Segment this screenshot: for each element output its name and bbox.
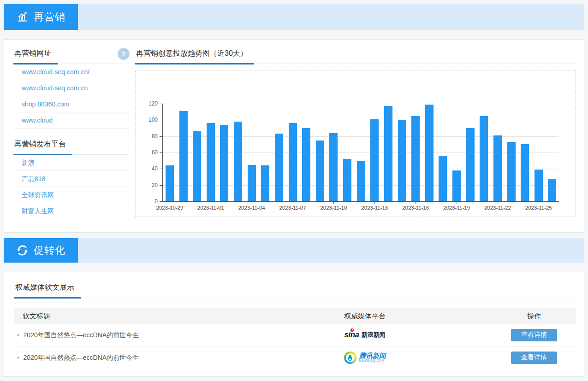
x-axis-tick-label: 2023-11-22 <box>477 205 518 211</box>
x-axis-tick <box>457 202 457 204</box>
urls-title-row: 再营销网址 <box>13 49 129 64</box>
x-axis-line <box>162 201 559 202</box>
sidebar-link-platform[interactable]: 产品818 <box>13 171 129 187</box>
sidebar-link-url[interactable]: shop.88360.com <box>13 96 129 112</box>
sidebar-link-url[interactable]: www.cloud-seq.com.cn/ <box>13 64 129 80</box>
trend-bar-chart: 0204060801001202023-10-292023-11-012023-… <box>135 70 576 217</box>
bar <box>275 134 283 201</box>
tencent-news-label: 腾讯新闻 <box>359 352 386 359</box>
bar <box>316 141 324 202</box>
x-axis-tick <box>416 202 416 204</box>
bar <box>220 125 228 201</box>
bar <box>357 161 365 201</box>
action-cell: 查看详情 <box>497 346 571 369</box>
platforms-title: 再营销发布平台 <box>13 140 72 155</box>
view-details-button[interactable]: 查看详情 <box>511 329 557 341</box>
sidebar-link-url[interactable]: www.cloud-seq.com.cn <box>13 80 129 96</box>
bar <box>179 111 188 201</box>
remarketing-panel: 再营销网址 ? www.cloud-seq.com.cn/www.cloud-s… <box>4 39 584 233</box>
sidebar-link-platform[interactable]: 全球资讯网 <box>13 187 129 203</box>
x-axis-tick <box>170 202 170 204</box>
bar <box>193 131 201 201</box>
conversion-panel: 权威媒体软文展示 软文标题 权威媒体平台 操作 2020年国自然热点—eccDN… <box>4 272 584 377</box>
remarketing-sidebar: 再营销网址 ? www.cloud-seq.com.cn/www.cloud-s… <box>13 49 129 230</box>
table-row: 2020年国自然热点—eccDNA的前世今生sina新浪新闻查看详情 <box>14 324 576 346</box>
tencent-penguin-icon <box>346 353 355 362</box>
bar <box>507 142 516 201</box>
sina-news-logo: sina新浪新闻 <box>344 330 385 340</box>
x-axis-tick-label: 2023-11-04 <box>231 205 273 211</box>
table-header-row: 软文标题 权威媒体平台 操作 <box>14 308 576 324</box>
media-articles-table: 软文标题 权威媒体平台 操作 2020年国自然热点—eccDNA的前世今生sin… <box>14 308 576 369</box>
bar <box>289 123 297 201</box>
y-axis-tick-label: 40 <box>136 165 158 172</box>
media-platform-cell: 腾讯新闻NEWS.QQ.COM <box>296 346 434 369</box>
bar-chart-growth-icon <box>16 11 29 23</box>
action-cell: 查看详情 <box>497 324 571 346</box>
bar <box>425 105 434 201</box>
sidebar-link-platform[interactable]: 财富人生网 <box>13 203 129 219</box>
col-header-actions: 操作 <box>497 308 571 324</box>
x-axis-tick <box>252 202 252 204</box>
y-axis-tick-label: 20 <box>136 182 158 188</box>
chart-title: 再营销创意投放趋势图（近30天） <box>135 49 254 64</box>
conversion-badge: 促转化 <box>4 238 78 263</box>
sina-news-label: 新浪新闻 <box>362 331 386 339</box>
sidebar-link-url[interactable]: www.cloud <box>13 112 129 129</box>
bar <box>548 179 556 201</box>
chart-title-row: 再营销创意投放趋势图（近30天） <box>135 49 576 64</box>
bar <box>261 165 269 201</box>
bar <box>248 165 256 202</box>
remarketing-platform-list: 新浪产品818全球资讯网财富人生网 <box>13 155 129 219</box>
bar <box>480 116 488 202</box>
table-title: 权威媒体软文展示 <box>14 283 81 299</box>
y-axis-line <box>162 104 163 201</box>
bar <box>398 120 406 201</box>
tencent-ring-icon <box>344 352 356 364</box>
bar <box>439 156 447 201</box>
x-axis-tick <box>293 202 293 204</box>
bar <box>384 106 392 201</box>
x-axis-tick-label: 2023-11-01 <box>190 205 232 211</box>
x-axis-tick-label: 2023-11-16 <box>395 205 436 211</box>
x-axis-tick <box>539 202 539 204</box>
col-header-article-title: 软文标题 <box>14 312 50 320</box>
remarketing-badge-label: 再营销 <box>34 10 65 24</box>
media-platform-cell: sina新浪新闻 <box>296 324 434 346</box>
x-axis-tick <box>333 202 334 204</box>
x-axis-tick-label: 2023-11-10 <box>313 205 354 211</box>
x-axis-tick <box>374 202 375 204</box>
bar <box>521 144 529 201</box>
col-header-media-platform: 权威媒体平台 <box>296 308 434 324</box>
conversion-section-strip: 促转化 <box>4 238 584 263</box>
bar <box>329 133 338 201</box>
sidebar-link-platform[interactable]: 新浪 <box>13 155 129 171</box>
bar <box>302 128 310 201</box>
article-title: 2020年国自然热点—eccDNA的前世今生 <box>17 324 139 346</box>
table-title-row: 权威媒体软文展示 <box>14 283 576 298</box>
y-axis-tick-label: 80 <box>136 133 158 140</box>
y-axis-tick-label: 60 <box>136 149 158 156</box>
gridline <box>162 104 558 104</box>
y-axis-tick-label: 0 <box>136 198 158 205</box>
view-details-button[interactable]: 查看详情 <box>511 352 557 364</box>
bar <box>234 122 242 201</box>
urls-title: 再营销网址 <box>13 49 58 64</box>
gridline <box>162 120 558 120</box>
x-axis-tick <box>498 202 498 204</box>
bar <box>493 135 502 201</box>
x-axis-tick-label: 2023-11-13 <box>354 205 395 211</box>
tencent-news-text: 腾讯新闻NEWS.QQ.COM <box>359 352 386 363</box>
x-axis-tick-label: 2023-11-19 <box>436 205 477 211</box>
y-axis-tick-label: 120 <box>136 100 158 107</box>
y-axis-tick-label: 100 <box>136 117 158 123</box>
bar <box>466 128 475 201</box>
table-row: 2020年国自然热点—eccDNA的前世今生腾讯新闻NEWS.QQ.COM查看详… <box>14 346 576 369</box>
bar <box>207 123 215 201</box>
question-mark-icon[interactable]: ? <box>118 48 130 60</box>
x-axis-tick-label: 2023-11-07 <box>272 205 314 211</box>
tencent-news-url-label: NEWS.QQ.COM <box>359 359 386 363</box>
sina-eye-icon <box>350 328 354 332</box>
platforms-title-row: 再营销发布平台 <box>13 140 129 155</box>
bar <box>411 116 420 202</box>
